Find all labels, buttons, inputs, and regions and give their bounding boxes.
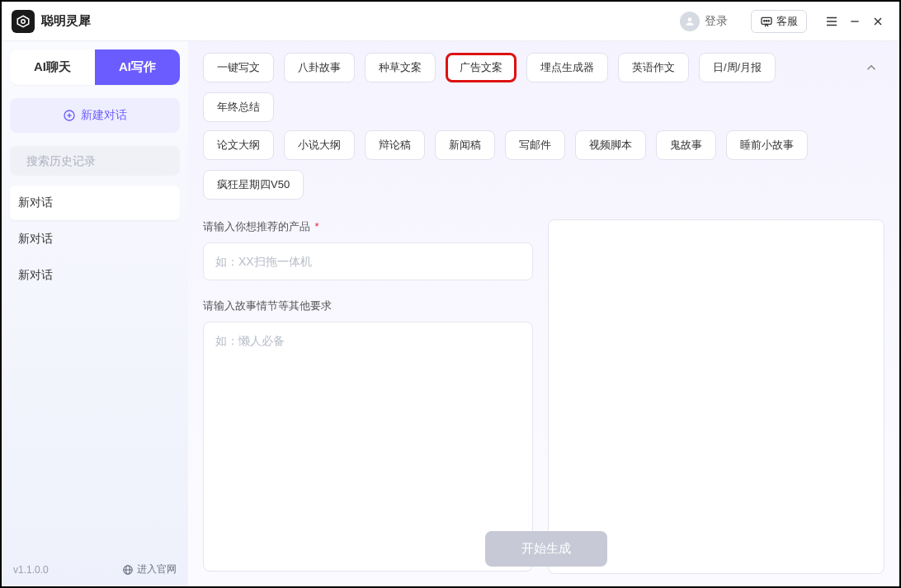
svg-point-1 [21,19,26,23]
template-button[interactable]: 日/周/月报 [699,53,776,82]
story-field-label: 请输入故事情节等其他要求 [203,299,533,313]
tab-ai-write[interactable]: AI写作 [95,49,180,85]
history-item[interactable]: 新对话 [10,258,180,293]
chat-icon [760,15,773,28]
app-title: 聪明灵犀 [41,13,91,29]
mode-tabs: AI聊天 AI写作 [10,49,180,85]
search-box[interactable] [10,146,180,176]
user-avatar-icon [680,12,700,31]
template-button[interactable]: 疯狂星期四V50 [203,170,304,200]
template-button[interactable]: 新闻稿 [435,130,495,160]
template-button[interactable]: 辩论稿 [365,130,425,160]
svg-point-6 [768,20,769,21]
close-button[interactable] [866,10,889,33]
official-site-link[interactable]: 进入官网 [122,562,177,576]
history-item[interactable]: 新对话 [10,222,180,256]
minimize-button[interactable] [843,10,866,33]
output-column [548,219,884,572]
svg-point-4 [764,20,765,21]
sidebar: AI聊天 AI写作 新建对话 新对话 新对话 新对话 v1.1.0.0 进入官网 [2,41,188,586]
form-column: 请输入你想推荐的产品 * 请输入故事情节等其他要求 [203,219,533,572]
minimize-icon [848,15,861,28]
template-button[interactable]: 鬼故事 [656,130,716,160]
history-list: 新对话 新对话 新对话 [10,186,180,293]
template-grid: 一键写文八卦故事种草文案广告文案埋点生成器英语作文日/周/月报年终总结 论文大纲… [203,53,848,200]
template-button[interactable]: 论文大纲 [203,130,274,160]
login-label: 登录 [705,14,728,29]
menu-button[interactable] [820,10,843,33]
close-icon [871,15,884,28]
site-link-label: 进入官网 [137,562,177,576]
output-panel [548,219,884,574]
template-button[interactable]: 视频脚本 [575,130,646,160]
history-item[interactable]: 新对话 [10,186,180,220]
product-input[interactable] [203,242,533,280]
template-button[interactable]: 种草文案 [365,53,436,82]
template-button[interactable]: 年终总结 [203,92,274,122]
svg-point-5 [766,20,767,21]
tab-ai-chat[interactable]: AI聊天 [10,49,95,85]
plus-circle-icon [63,109,76,122]
product-field-label: 请输入你想推荐的产品 * [203,219,533,234]
template-button[interactable]: 埋点生成器 [526,53,608,82]
app-logo-icon [12,10,35,33]
support-button[interactable]: 客服 [751,10,807,33]
template-button[interactable]: 八卦故事 [284,53,355,82]
login-button[interactable]: 登录 [680,12,728,31]
template-button[interactable]: 睡前小故事 [726,130,808,160]
collapse-templates-button[interactable] [858,54,884,81]
template-button[interactable]: 广告文案 [446,53,517,82]
titlebar: 聪明灵犀 登录 客服 [2,2,899,41]
new-chat-button[interactable]: 新建对话 [10,98,180,133]
search-input[interactable] [26,154,171,167]
menu-icon [824,14,839,29]
version-label: v1.1.0.0 [13,564,49,576]
svg-marker-0 [17,16,29,27]
template-button[interactable]: 一键写文 [203,53,274,82]
template-button[interactable]: 小说大纲 [284,130,355,160]
story-textarea[interactable] [203,322,533,572]
template-button[interactable]: 英语作文 [618,53,689,82]
new-chat-label: 新建对话 [81,108,127,123]
support-label: 客服 [776,14,798,29]
required-marker: * [312,220,319,233]
svg-point-2 [688,17,692,21]
globe-icon [122,564,134,576]
generate-button[interactable]: 开始生成 [485,531,607,567]
chevron-up-icon [864,60,879,75]
template-button[interactable]: 写邮件 [505,130,565,160]
content-area: 一键写文八卦故事种草文案广告文案埋点生成器英语作文日/周/月报年终总结 论文大纲… [188,41,899,586]
